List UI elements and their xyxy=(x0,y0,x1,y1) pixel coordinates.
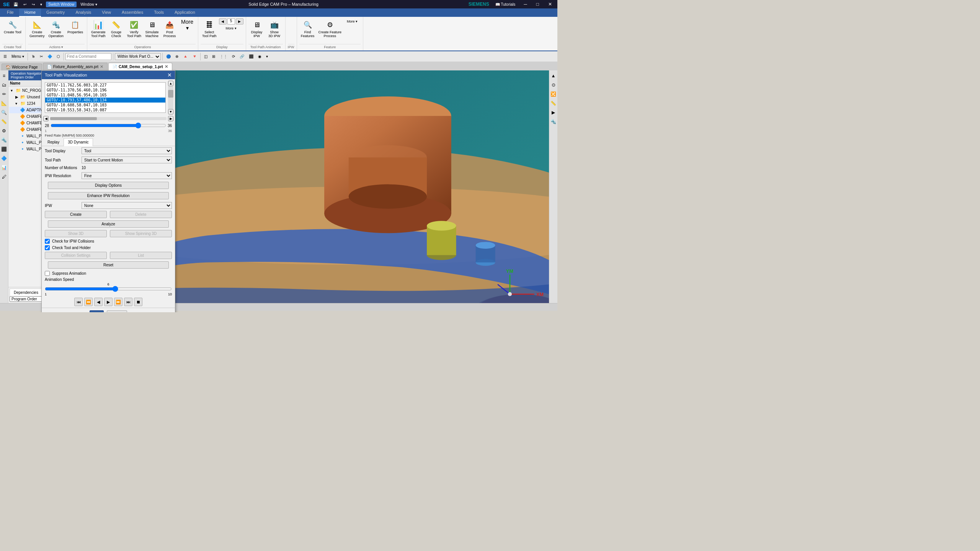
show-3d-ipw-btn[interactable]: 📺 Show3D IPW xyxy=(266,18,283,39)
toolbar-icon-7[interactable]: ◫ xyxy=(202,53,209,60)
tab-geometry[interactable]: Geometry xyxy=(41,8,70,17)
right-sidebar-icon-3[interactable]: 🔀 xyxy=(550,90,557,98)
tab-tools[interactable]: Tools xyxy=(149,8,169,17)
toolbar-icon-5[interactable]: 🔺 xyxy=(181,53,189,60)
scroll-up-btn[interactable]: ▲ xyxy=(168,81,173,86)
prev-frame-btn[interactable]: ◀ xyxy=(219,18,227,24)
playback-forward-btn[interactable]: ⏩ xyxy=(114,298,122,306)
ok-btn[interactable]: OK xyxy=(90,310,103,312)
operations-more-btn[interactable]: More ▾ xyxy=(179,18,196,39)
right-sidebar-icon-6[interactable]: 🔩 xyxy=(550,118,557,126)
quick-access-save[interactable]: 💾 xyxy=(12,2,20,7)
nav-footer-dependencies[interactable]: Dependencies xyxy=(10,289,42,297)
hscroll-thumb[interactable] xyxy=(50,117,97,120)
scroll-track[interactable] xyxy=(168,86,173,109)
display-more-btn[interactable]: More ▾ xyxy=(219,25,243,31)
create-tool-btn[interactable]: 🔧 Create Tool xyxy=(2,18,23,35)
toolbar-icon-snap[interactable]: 🔵 xyxy=(164,53,173,60)
right-sidebar-icon-5[interactable]: ▶ xyxy=(550,109,557,116)
delete-btn[interactable]: Delete xyxy=(110,211,172,218)
display-options-btn[interactable]: Display Options xyxy=(48,182,169,189)
sidebar-icon-9[interactable]: ⬛ xyxy=(0,145,8,153)
goto-line-5[interactable]: GOTO/-10.553,58.343,10.087 xyxy=(45,108,165,112)
speed-slider[interactable] xyxy=(45,286,172,292)
toolbar-icon-1[interactable]: 🖱 xyxy=(29,53,37,60)
playback-prev-btn[interactable]: ⏪ xyxy=(84,298,93,306)
ipw-resolution-select[interactable]: Fine Medium Coarse xyxy=(82,172,172,179)
sidebar-icon-11[interactable]: 📊 xyxy=(0,164,8,171)
reset-btn[interactable]: Reset xyxy=(48,261,169,269)
playback-back-btn[interactable]: ◀ xyxy=(94,298,103,306)
toolbar-icon-6[interactable]: 🔻 xyxy=(190,53,199,60)
goto-vscroll[interactable]: ▲ ▼ xyxy=(168,81,173,114)
tab-home[interactable]: Home xyxy=(19,8,41,17)
goto-list[interactable]: GOTO/-11.762,56.003,10.227 GOTO/-11.370,… xyxy=(45,82,166,113)
quick-access-redo[interactable]: ↪ xyxy=(30,2,36,7)
toolbar-menu-label[interactable]: Menu ▾ xyxy=(10,53,26,60)
tab-view[interactable]: View xyxy=(96,8,116,17)
toolbar-icon-3[interactable]: 🔷 xyxy=(46,53,54,60)
maximize-btn[interactable]: □ xyxy=(534,1,541,8)
collision-settings-btn[interactable]: Collision Settings xyxy=(45,252,107,259)
hamburger-menu-btn[interactable]: ☰ xyxy=(2,53,9,60)
gouge-check-btn[interactable]: 📏 GougeCheck xyxy=(108,18,124,39)
tab-cam-demo[interactable]: 📄 CAM_Demo_setup_1.prt ✕ xyxy=(108,63,172,70)
toolbar-icon-9[interactable]: ⋮⋮ xyxy=(218,53,229,60)
find-features-btn[interactable]: 🔍 FindFeatures xyxy=(299,18,316,39)
check-ipw-collisions-checkbox[interactable] xyxy=(45,239,50,244)
find-command-input[interactable] xyxy=(65,53,111,60)
create-feature-process-btn[interactable]: ⚙ Create FeatureProcess xyxy=(317,18,343,39)
sidebar-icon-4[interactable]: 📐 xyxy=(0,99,8,107)
toolbar-icon-13[interactable]: ◉ xyxy=(256,53,263,60)
expand-1234[interactable]: ▾ xyxy=(15,101,19,106)
check-tool-holder-checkbox[interactable] xyxy=(45,245,50,250)
right-sidebar-icon-1[interactable]: ▲ xyxy=(550,72,557,80)
sidebar-icon-12[interactable]: 🖊 xyxy=(0,173,8,181)
list-btn[interactable]: List xyxy=(110,252,172,259)
display-ipw-btn[interactable]: 🖥 DisplayIPW xyxy=(248,18,265,39)
tab-analysis[interactable]: Analysis xyxy=(70,8,96,17)
toolbar-icon-2[interactable]: ✂ xyxy=(38,53,45,60)
switch-window-btn[interactable]: Switch Window xyxy=(46,2,77,7)
quick-access-undo[interactable]: ↩ xyxy=(22,2,28,7)
toolbar-icon-4[interactable]: ⬡ xyxy=(55,53,62,60)
window-menu-btn[interactable]: Window ▾ xyxy=(79,2,98,7)
sidebar-icon-7[interactable]: ⚙ xyxy=(0,127,8,135)
toolbar-icon-10[interactable]: ⟳ xyxy=(230,53,237,60)
goto-line-2[interactable]: GOTO/-11.048,56.954,10.165 xyxy=(45,93,165,98)
tab-application[interactable]: Application xyxy=(169,8,201,17)
next-frame-btn[interactable]: ▶ xyxy=(236,18,243,24)
show-spinning-3d-btn[interactable]: Show Spinning 3D xyxy=(110,230,172,237)
scroll-down-btn[interactable]: ▼ xyxy=(168,109,173,114)
viz-dialog-close-btn[interactable]: ✕ xyxy=(167,72,172,78)
sidebar-icon-8[interactable]: 🔩 xyxy=(0,136,8,144)
analyze-btn[interactable]: Analyze xyxy=(48,220,169,228)
tutorials-link[interactable]: 📖 Tutorials xyxy=(494,2,517,7)
tool-display-select[interactable]: Tool xyxy=(82,147,172,154)
sidebar-icon-5[interactable]: 🔍 xyxy=(0,109,8,116)
tab-fixture-close[interactable]: ✕ xyxy=(100,64,103,69)
tab-fixture[interactable]: 📄 Fixture_Assembly_asm.prt ✕ xyxy=(43,63,108,70)
hscroll-track[interactable] xyxy=(50,117,167,120)
minimize-btn[interactable]: ─ xyxy=(521,1,529,8)
cancel-btn[interactable]: Cancel xyxy=(107,310,127,312)
toolbar-icon-grid[interactable]: ⊕ xyxy=(173,53,180,60)
playback-stop-btn[interactable]: ⏹ xyxy=(134,298,142,306)
enhance-ipw-btn[interactable]: Enhance IPW Resolution xyxy=(48,192,169,199)
tab-file[interactable]: File xyxy=(2,8,19,17)
verify-tool-path-btn[interactable]: ✅ VerifyTool Path xyxy=(125,18,143,39)
hscroll-left-btn[interactable]: ◀ xyxy=(43,116,49,121)
goto-line-0[interactable]: GOTO/-11.762,56.003,10.227 xyxy=(45,83,165,88)
sidebar-icon-1[interactable]: ≡ xyxy=(0,72,8,80)
create-btn[interactable]: Create xyxy=(45,211,107,218)
tab-3d-dynamic[interactable]: 3D Dynamic xyxy=(64,138,93,146)
suppress-animation-checkbox[interactable] xyxy=(45,271,50,276)
toolbar-icon-14[interactable]: ▾ xyxy=(264,53,270,60)
playback-start-btn[interactable]: ⏮ xyxy=(74,298,83,306)
generate-tool-path-btn[interactable]: 📊 GenerateTool Path xyxy=(90,18,107,39)
toolbar-icon-11[interactable]: 🔗 xyxy=(238,53,246,60)
post-process-btn[interactable]: 📤 PostProcess xyxy=(161,18,178,39)
tab-welcome[interactable]: 🏠 Welcome Page xyxy=(2,64,42,70)
ipw-select[interactable]: None Visible xyxy=(82,202,172,209)
select-tool-path-btn[interactable]: 🛤 SelectTool Path xyxy=(201,18,218,39)
